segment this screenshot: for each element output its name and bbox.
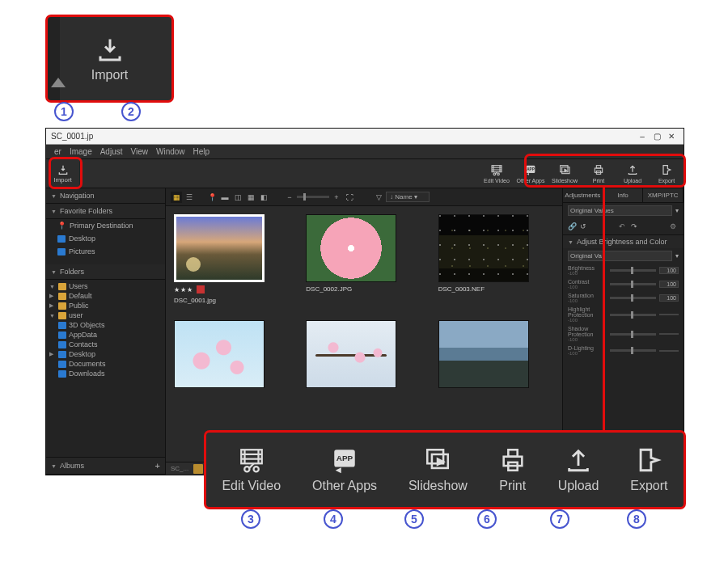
- slider-track[interactable]: [610, 349, 656, 352]
- right-tabs: Adjustments Info XMP/IPTC: [563, 188, 684, 203]
- app-icon: APP: [331, 446, 358, 474]
- group-adjust-bc[interactable]: Adjust Brightness and Color: [577, 238, 667, 246]
- tree-node[interactable]: ▶Desktop: [46, 349, 165, 359]
- slider-value[interactable]: [659, 333, 679, 335]
- tree-node[interactable]: Contacts: [46, 340, 165, 349]
- tree-node[interactable]: Downloads: [46, 369, 165, 378]
- menu-help[interactable]: Help: [193, 147, 210, 156]
- slider-value[interactable]: 100: [659, 294, 679, 302]
- output-toolbar-cluster: Edit Video APP Other Apps Slideshow Prin…: [480, 159, 684, 188]
- grid-view-icon[interactable]: ▦: [171, 192, 182, 203]
- slider-track[interactable]: [610, 297, 656, 299]
- folders-section[interactable]: Folders: [46, 264, 165, 280]
- slider-track[interactable]: [610, 269, 656, 272]
- revert-icon[interactable]: ↺: [580, 222, 586, 230]
- undo-icon[interactable]: ↶: [616, 221, 628, 232]
- single-view-icon[interactable]: ▬: [219, 192, 231, 203]
- zoom-slider[interactable]: [297, 196, 329, 198]
- label-badge: [197, 285, 205, 294]
- slideshow-button[interactable]: Slideshow: [548, 159, 582, 188]
- slider-track[interactable]: [610, 314, 656, 316]
- thumbnail-image: [174, 214, 265, 282]
- compare-2-icon[interactable]: ◫: [232, 192, 243, 203]
- thumbnail[interactable]: ★★★ DSC_0001.jpg: [174, 214, 290, 304]
- primary-destination[interactable]: 📍Primary Destination: [46, 219, 165, 232]
- callout-1: 1: [54, 102, 74, 121]
- thumbnail[interactable]: [174, 320, 290, 388]
- window-close[interactable]: ✕: [664, 132, 679, 141]
- compare-4-icon[interactable]: ▦: [245, 192, 256, 203]
- slider-value[interactable]: 100: [659, 281, 679, 288]
- tree-node[interactable]: ▼user: [46, 310, 165, 320]
- tree-node[interactable]: ▶Default: [46, 291, 165, 301]
- list-view-icon[interactable]: ☰: [184, 192, 195, 203]
- tab-adjustments[interactable]: Adjustments: [563, 188, 603, 202]
- print-button[interactable]: Print: [582, 159, 616, 188]
- tree-node[interactable]: Documents: [46, 359, 165, 369]
- menu-first[interactable]: er: [54, 147, 61, 156]
- pictures-label: Pictures: [69, 247, 95, 255]
- redo-icon[interactable]: ↷: [631, 222, 637, 230]
- tree-node[interactable]: AppData: [46, 330, 165, 340]
- tree-node[interactable]: 3D Objects: [46, 320, 165, 330]
- other-apps-button-zoom[interactable]: APP Other Apps: [307, 446, 382, 493]
- slider-value[interactable]: [659, 350, 679, 352]
- filter-icon[interactable]: ▽: [373, 192, 384, 203]
- tree-node[interactable]: ▶Public: [46, 301, 165, 310]
- before-after-icon[interactable]: ◧: [258, 192, 269, 203]
- sort-select[interactable]: ↓ Name ▾: [386, 192, 430, 202]
- pin-icon[interactable]: 📍: [206, 192, 218, 203]
- menu-window[interactable]: Window: [156, 147, 185, 156]
- menu-image[interactable]: Image: [70, 147, 92, 156]
- slider-value[interactable]: 100: [659, 267, 679, 274]
- tree-node[interactable]: ▼Users: [46, 281, 165, 291]
- slider-track[interactable]: [610, 283, 656, 285]
- window-maximize[interactable]: ▢: [650, 132, 664, 141]
- thumbnail[interactable]: DSC_0002.JPG: [306, 214, 421, 304]
- settings-gear-icon[interactable]: ⚙: [667, 221, 679, 232]
- import-label: Import: [91, 68, 128, 82]
- other-apps-button[interactable]: APP Other Apps: [514, 159, 548, 188]
- fullscreen-icon[interactable]: ⛶: [344, 192, 355, 203]
- albums-section[interactable]: Albums +: [46, 457, 165, 475]
- link-icon[interactable]: 🔗: [568, 222, 577, 230]
- export-icon: [660, 163, 673, 176]
- import-button-zoom[interactable]: Import: [91, 36, 128, 82]
- slider-label: Shadow Protection-100: [568, 326, 607, 342]
- primary-label: Primary Destination: [70, 222, 133, 230]
- upload-button-zoom[interactable]: Upload: [553, 446, 604, 493]
- menubar: er Image Adjust View Window Help: [46, 145, 684, 159]
- tab-info[interactable]: Info: [603, 188, 644, 202]
- subpreset-select[interactable]: Original Va: [568, 251, 672, 261]
- zoom-out-icon[interactable]: −: [284, 192, 295, 203]
- print-label: Print: [499, 479, 526, 493]
- export-button-zoom[interactable]: Export: [625, 446, 672, 493]
- folder-icon: [57, 235, 66, 243]
- export-button[interactable]: Export: [650, 159, 684, 188]
- menu-adjust[interactable]: Adjust: [100, 147, 123, 156]
- status-icon-1[interactable]: [193, 464, 203, 474]
- slideshow-button-zoom[interactable]: Slideshow: [404, 446, 472, 493]
- thumbnail-image: [438, 214, 529, 282]
- nav-section[interactable]: Navigation: [46, 188, 165, 204]
- tab-xmp[interactable]: XMP/IPTC: [643, 188, 684, 202]
- slider-track[interactable]: [610, 333, 656, 336]
- slider-value[interactable]: [659, 314, 679, 315]
- thumbnail[interactable]: [306, 320, 421, 388]
- zoom-in-icon[interactable]: +: [331, 192, 342, 203]
- edit-video-button[interactable]: Edit Video: [480, 159, 514, 188]
- favorite-folders-section[interactable]: Favorite Folders: [46, 204, 165, 219]
- edit-video-button-zoom[interactable]: Edit Video: [217, 446, 286, 493]
- thumbnail[interactable]: [438, 320, 554, 388]
- upload-label: Upload: [624, 178, 641, 184]
- add-album-button[interactable]: +: [155, 461, 160, 471]
- pictures-fav[interactable]: Pictures: [46, 245, 165, 258]
- print-button-zoom[interactable]: Print: [494, 446, 531, 493]
- window-minimize[interactable]: –: [635, 132, 650, 141]
- desktop-fav[interactable]: Desktop: [46, 232, 165, 245]
- preset-select[interactable]: Original Values: [568, 205, 672, 216]
- menu-view[interactable]: View: [131, 147, 149, 156]
- import-button[interactable]: Import: [46, 159, 80, 188]
- thumbnail[interactable]: DSC_0003.NEF: [438, 214, 554, 304]
- upload-button[interactable]: Upload: [616, 159, 650, 188]
